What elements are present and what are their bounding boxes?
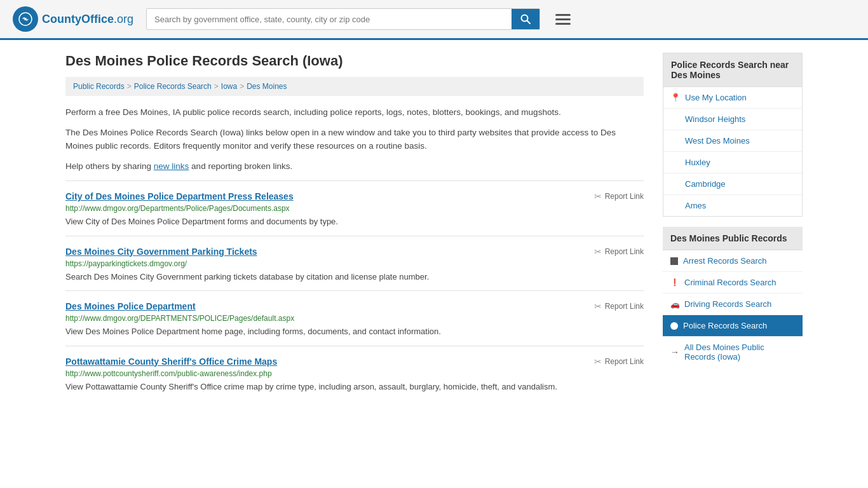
sidebar-nearby-link[interactable]: Use My Location — [685, 93, 747, 102]
sidebar-nearby-link[interactable]: Huxley — [685, 158, 710, 167]
result-item: Pottawattamie County Sheriff's Office Cr… — [65, 346, 644, 401]
sidebar-record-link[interactable]: Criminal Records Search — [684, 278, 776, 287]
content-area: Des Moines Police Records Search (Iowa) … — [65, 53, 644, 400]
all-records-link[interactable]: All Des Moines Public Records (Iowa) — [684, 342, 795, 362]
result-item: Des Moines Police Department ✂ Report Li… — [65, 290, 644, 346]
scissors-icon: ✂ — [594, 301, 602, 311]
sidebar-nearby-item[interactable]: Ames — [663, 195, 802, 216]
breadcrumb-link-des-moines[interactable]: Des Moines — [247, 82, 287, 91]
description-2: The Des Moines Police Records Search (Io… — [65, 126, 644, 152]
sidebar-record-item[interactable]: Criminal Records Search — [663, 272, 803, 294]
search-icon — [520, 14, 531, 24]
logo-icon — [13, 6, 38, 32]
sidebar-nearby-item[interactable]: Use My Location — [663, 87, 802, 109]
result-url[interactable]: https://payparkingtickets.dmgov.org/ — [65, 259, 644, 268]
sidebar-nearby-header: Police Records Search near Des Moines — [663, 53, 802, 87]
arrow-icon — [670, 348, 679, 356]
report-link[interactable]: ✂ Report Link — [594, 301, 644, 311]
report-link-label: Report Link — [605, 302, 644, 311]
result-header: Des Moines Police Department ✂ Report Li… — [65, 301, 644, 311]
sidebar-nearby-link[interactable]: West Des Moines — [685, 136, 750, 146]
result-url[interactable]: http://www.pottcountysheriff.com/public-… — [65, 369, 644, 378]
location-icon — [671, 93, 680, 102]
report-link[interactable]: ✂ Report Link — [594, 191, 644, 201]
result-title[interactable]: Des Moines Police Department — [65, 301, 196, 311]
breadcrumb-link-iowa[interactable]: Iowa — [221, 82, 237, 91]
description-3-prefix: Help others by sharing — [65, 161, 154, 171]
result-description: View Pottawattamie County Sheriff's Offi… — [65, 381, 644, 393]
search-button[interactable] — [512, 9, 539, 29]
page-title: Des Moines Police Records Search (Iowa) — [65, 53, 644, 69]
description-3: Help others by sharing new links and rep… — [65, 160, 644, 173]
exclamation-icon — [670, 278, 679, 287]
result-header: City of Des Moines Police Department Pre… — [65, 191, 644, 201]
report-link[interactable]: ✂ Report Link — [594, 356, 644, 367]
logo-text: CountyOffice.org — [42, 13, 133, 26]
sidebar-record-link[interactable]: Police Records Search — [683, 321, 767, 330]
sidebar-nearby-item[interactable]: Cambridge — [663, 173, 802, 195]
breadcrumb: Public Records > Police Records Search >… — [65, 77, 644, 96]
description-1: Perform a free Des Moines, IA public pol… — [65, 106, 644, 119]
sidebar-records-section: Des Moines Public Records Arrest Records… — [663, 227, 803, 367]
sidebar-records-list: Arrest Records SearchCriminal Records Se… — [663, 250, 803, 336]
result-header: Des Moines City Government Parking Ticke… — [65, 247, 644, 257]
hamburger-line — [555, 23, 571, 25]
sidebar-nearby-item[interactable]: West Des Moines — [663, 130, 802, 152]
header: CountyOffice.org — [0, 0, 868, 40]
result-title[interactable]: Pottawattamie County Sheriff's Office Cr… — [65, 356, 277, 367]
sidebar-nearby-link[interactable]: Cambridge — [685, 179, 726, 189]
scissors-icon: ✂ — [594, 356, 602, 367]
logo[interactable]: CountyOffice.org — [13, 6, 133, 32]
breadcrumb-sep: > — [214, 82, 219, 91]
sidebar-nearby-link[interactable]: Ames — [685, 201, 706, 210]
square-icon — [670, 257, 678, 265]
report-link[interactable]: ✂ Report Link — [594, 247, 644, 257]
result-description: View Des Moines Police Department home p… — [65, 325, 644, 338]
sidebar-record-item[interactable]: Police Records Search — [663, 315, 803, 336]
result-description: Search Des Moines City Government parkin… — [65, 271, 644, 283]
scissors-icon: ✂ — [594, 191, 602, 201]
sidebar-nearby-section: Police Records Search near Des Moines Us… — [663, 53, 803, 217]
result-description: View City of Des Moines Police Departmen… — [65, 215, 644, 228]
result-item: Des Moines City Government Parking Ticke… — [65, 236, 644, 291]
scissors-icon: ✂ — [594, 247, 602, 257]
sidebar-record-link[interactable]: Arrest Records Search — [683, 256, 767, 266]
hamburger-line — [555, 14, 571, 16]
svg-point-1 — [24, 18, 27, 20]
description-3-suffix: and reporting broken links. — [189, 161, 292, 171]
sidebar-record-link[interactable]: Driving Records Search — [684, 299, 771, 309]
result-item: City of Des Moines Police Department Pre… — [65, 180, 644, 236]
report-link-label: Report Link — [605, 192, 644, 201]
result-url[interactable]: http://www.dmgov.org/DEPARTMENTS/POLICE/… — [65, 314, 644, 323]
search-bar — [146, 8, 540, 30]
svg-line-3 — [527, 21, 531, 24]
result-url[interactable]: http://www.dmgov.org/Departments/Police/… — [65, 204, 644, 213]
gear-icon — [670, 322, 678, 330]
breadcrumb-link-police-records-search[interactable]: Police Records Search — [134, 82, 212, 91]
search-input[interactable] — [147, 9, 512, 29]
sidebar: Police Records Search near Des Moines Us… — [663, 53, 803, 400]
sidebar-record-item[interactable]: Driving Records Search — [663, 294, 803, 315]
sidebar-record-item[interactable]: Arrest Records Search — [663, 250, 803, 272]
all-records-link-container: All Des Moines Public Records (Iowa) — [663, 336, 803, 367]
sidebar-records-header: Des Moines Public Records — [663, 227, 803, 250]
sidebar-nearby-list: Use My LocationWindsor HeightsWest Des M… — [663, 87, 802, 216]
result-title[interactable]: Des Moines City Government Parking Ticke… — [65, 247, 257, 257]
results-list: City of Des Moines Police Department Pre… — [65, 180, 644, 400]
new-links-link[interactable]: new links — [154, 161, 189, 171]
result-title[interactable]: City of Des Moines Police Department Pre… — [65, 191, 294, 201]
hamburger-button[interactable] — [553, 11, 573, 27]
main-container: Des Moines Police Records Search (Iowa) … — [53, 40, 815, 413]
sidebar-nearby-item[interactable]: Huxley — [663, 152, 802, 173]
sidebar-nearby-item[interactable]: Windsor Heights — [663, 109, 802, 130]
report-link-label: Report Link — [605, 357, 644, 366]
breadcrumb-sep: > — [240, 82, 244, 91]
result-header: Pottawattamie County Sheriff's Office Cr… — [65, 356, 644, 367]
breadcrumb-link-public-records[interactable]: Public Records — [73, 82, 125, 91]
report-link-label: Report Link — [605, 247, 644, 256]
car-icon — [670, 300, 679, 309]
breadcrumb-sep: > — [127, 82, 132, 91]
sidebar-nearby-link[interactable]: Windsor Heights — [685, 114, 745, 124]
hamburger-line — [555, 18, 571, 20]
